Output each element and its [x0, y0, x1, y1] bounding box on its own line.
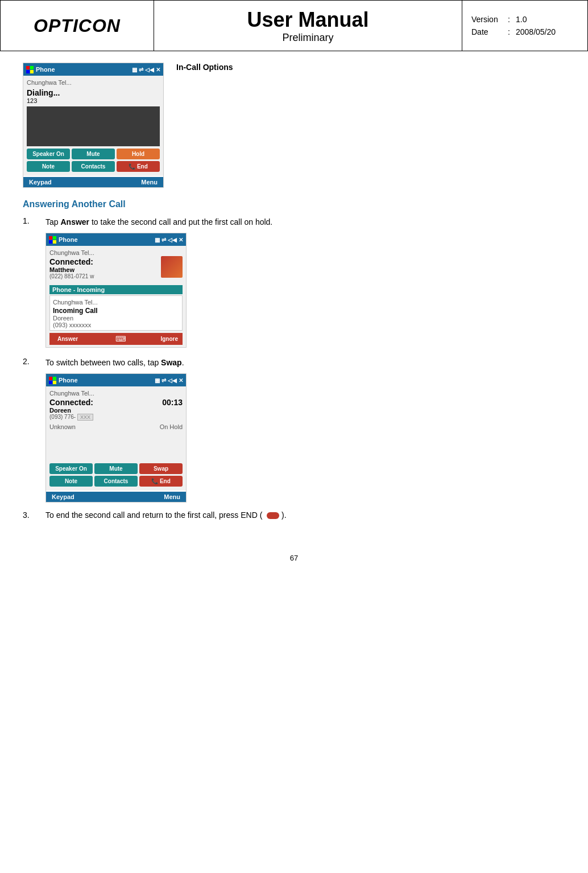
keyboard-icon: ⌨	[115, 335, 126, 343]
spacer-screen	[49, 430, 183, 462]
end-btn-1: 📞 End	[117, 161, 160, 172]
svg-rect-7	[53, 240, 56, 244]
volume-icon-s2: ◁◀	[168, 377, 177, 384]
swap-btn-s2: Swap	[139, 463, 183, 474]
steps-list: 1. Tap Answer to take the second call an…	[23, 216, 565, 503]
keypad-label-s2: Keypad	[52, 493, 74, 500]
connected-label-s2: Connected:	[49, 398, 93, 407]
version-colon: :	[508, 15, 514, 24]
menu-label-s2: Menu	[164, 493, 180, 500]
mute-btn: Mute	[72, 149, 115, 159]
windows-flag-icon-s2	[49, 377, 56, 384]
section-heading: Answering Another Call	[23, 199, 565, 209]
phone-topbar-label-s1: Phone	[59, 236, 78, 243]
step-3-number: 3.	[23, 510, 45, 520]
step-2-text-after: .	[182, 358, 184, 367]
step1-phone-screenshot: Phone ▦ ⇌ ◁◀ ✕ Chunghwa Tel... Connected…	[45, 233, 187, 348]
step-1-text: Tap Answer to take the second call and p…	[45, 216, 565, 228]
phone-topbar-s2: Phone ▦ ⇌ ◁◀ ✕	[46, 374, 186, 386]
close-icon-s1: ✕	[179, 237, 183, 243]
onhold-status: On Hold	[160, 423, 183, 430]
close-icon-s2: ✕	[179, 377, 183, 384]
page-number: 67	[0, 554, 588, 562]
step-1-number: 1.	[23, 216, 45, 225]
contacts-btn: Contacts	[72, 161, 115, 172]
phone-screen-s2: Chunghwa Tel... Connected: 00:13 Doreen …	[46, 386, 186, 491]
svg-rect-2	[26, 70, 30, 73]
menu-label: Menu	[141, 179, 158, 186]
page-header: OPTICON User Manual Preliminary Version …	[0, 0, 588, 51]
ignore-btn[interactable]: Ignore	[160, 336, 178, 342]
svg-rect-9	[53, 377, 56, 380]
first-phone-screenshot: Phone ▦ ⇌ ◁◀ ✕ Chunghwa Tel... Dialing..…	[23, 63, 164, 188]
volume-icon: ◁◀	[145, 67, 154, 73]
step-3-text-before: To end the second call and return to the…	[45, 510, 262, 520]
phone-screen-1: Chunghwa Tel... Dialing... 123 Speaker O…	[23, 76, 163, 176]
answer-bar: Answer ⌨ Ignore	[49, 333, 183, 345]
contact-name-s2: Doreen	[49, 407, 183, 414]
version-value: 1.0	[516, 15, 527, 24]
svg-rect-3	[30, 70, 34, 73]
logo: OPTICON	[1, 1, 154, 51]
btn-row-2: Note Contacts 📞 End	[27, 161, 160, 172]
svg-rect-6	[49, 240, 52, 244]
step-1: 1. Tap Answer to take the second call an…	[23, 216, 565, 348]
svg-rect-10	[49, 381, 52, 384]
incoming-bar-s1: Phone - Incoming	[49, 285, 183, 294]
carrier-s2: Chunghwa Tel...	[49, 389, 183, 398]
incoming-carrier-s1: Chunghwa Tel...	[53, 298, 179, 307]
version-label: Version	[471, 15, 506, 24]
signal-icon: ▦	[132, 67, 137, 73]
carrier-1: Chunghwa Tel...	[27, 78, 160, 87]
close-icon-topbar: ✕	[156, 67, 160, 73]
btn-row-s2-2: Note Contacts 📞 End	[49, 476, 183, 487]
phone-topbar-label-1: Phone	[36, 66, 55, 73]
svg-rect-1	[30, 66, 34, 69]
date-label: Date	[471, 27, 506, 36]
svg-rect-0	[26, 66, 30, 69]
end-btn-s2: 📞 End	[139, 476, 183, 487]
step2-phone-screenshot: Phone ▦ ⇌ ◁◀ ✕ Chunghwa Tel... Connected…	[45, 373, 187, 503]
connected-label-s1: Connected:	[49, 257, 93, 266]
keypad-label: Keypad	[29, 179, 52, 186]
blurred-number: XXX	[77, 414, 93, 421]
phone-bottombar-1: Keypad Menu	[23, 177, 163, 187]
btn-row-1: Speaker On Mute Hold	[27, 149, 160, 159]
date-value: 2008/05/20	[516, 27, 556, 36]
date-colon: :	[508, 27, 514, 36]
document-meta: Version : 1.0 Date : 2008/05/20	[462, 1, 587, 51]
svg-rect-8	[49, 377, 52, 380]
wifi-icon: ⇌	[139, 67, 143, 73]
dark-screen-area	[27, 106, 160, 146]
step-1-text-after: to take the second call and put the firs…	[89, 217, 272, 227]
note-btn-s2: Note	[49, 476, 93, 487]
mute-btn-s2: Mute	[94, 463, 138, 474]
step-2-bold: Swap	[161, 358, 182, 367]
step-2-text: To switch between two calls, tap Swap.	[45, 357, 565, 369]
step-2-text-before: To switch between two calls, tap	[45, 358, 161, 367]
svg-rect-4	[49, 236, 52, 240]
phone-bottombar-s2: Keypad Menu	[46, 492, 186, 502]
timer-s2: 00:13	[162, 398, 183, 407]
speaker-btn-s2: Speaker On	[49, 463, 93, 474]
wifi-icon-s1: ⇌	[162, 237, 166, 243]
title-main: User Manual	[247, 8, 368, 32]
contact-number-s2: (093) 776- XXX	[49, 414, 183, 420]
step-2: 2. To switch between two calls, tap Swap…	[23, 357, 565, 503]
end-phone-icon	[267, 512, 279, 519]
btn-row-s2-1: Speaker On Mute Swap	[49, 463, 183, 474]
onhold-row: Unknown On Hold	[49, 423, 183, 430]
hold-btn: Hold	[117, 149, 160, 159]
phone-screen-s1: Chunghwa Tel... Connected: 00:16 Matthew…	[46, 246, 186, 347]
svg-rect-5	[53, 236, 56, 240]
incoming-name-s1: Doreen	[53, 315, 179, 322]
number-1: 123	[27, 97, 160, 104]
volume-icon-s1: ◁◀	[168, 237, 177, 243]
contacts-btn-s2: Contacts	[94, 476, 138, 487]
first-screenshot-section: Phone ▦ ⇌ ◁◀ ✕ Chunghwa Tel... Dialing..…	[23, 63, 565, 188]
answer-btn[interactable]: Answer	[54, 335, 81, 343]
incoming-number-s1: (093) xxxxxxx	[53, 322, 179, 328]
step-3-text-after: ).	[281, 510, 287, 520]
contact-thumb-s1	[161, 256, 183, 278]
incoming-call-label-s1: Incoming Call	[53, 307, 179, 315]
